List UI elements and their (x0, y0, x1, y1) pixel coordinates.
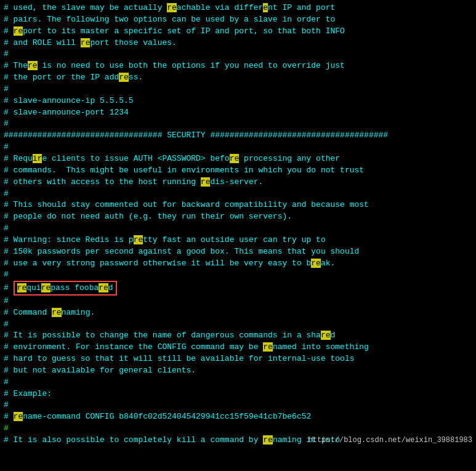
line-20: # (4, 223, 472, 235)
highlight: re (17, 283, 27, 292)
highlight: ir (33, 154, 42, 163)
line-6: # There is no need to use both the optio… (4, 60, 472, 72)
line-22: # 150k passwords per second against a go… (4, 246, 472, 258)
line-9: # slave-announce-ip 5.5.5.5 (4, 95, 472, 107)
line-7: # the port or the IP address. (4, 72, 472, 84)
line-5: # (4, 49, 472, 60)
line-1: # used, the slave may be actually reacha… (4, 2, 472, 14)
highlight: re (81, 38, 91, 47)
line-18: # This should stay commented out for bac… (4, 199, 472, 211)
highlight: re (311, 259, 321, 268)
highlight: re (28, 61, 38, 70)
line-11: # (4, 118, 472, 130)
line-14: # Require clients to issue AUTH <PASSWOR… (4, 153, 472, 165)
highlight: re (52, 308, 62, 317)
line-36: # rename-command CONFIG b840fc02d5240454… (4, 411, 472, 423)
line-35: # (4, 400, 472, 411)
line-16: # others with access to the host running… (4, 177, 472, 188)
highlight: re (119, 73, 129, 82)
line-3: # report to its master a specific set of… (4, 26, 472, 38)
line-4: # and ROLE will report those values. (4, 38, 472, 49)
line-29: # It is possible to change the name of d… (4, 330, 472, 342)
terminal: # used, the slave may be actually reacha… (0, 0, 476, 449)
highlight: re (321, 331, 331, 340)
line-30: # environment. For instance the CONFIG c… (4, 342, 472, 353)
line-17: # (4, 188, 472, 200)
highlight: re (99, 283, 108, 292)
line-19: # people do not need auth (e.g. they run… (4, 211, 472, 223)
line-15: # commands. This might be useful in envi… (4, 165, 472, 177)
line-13: # (4, 142, 472, 153)
highlight: re (263, 342, 273, 352)
highlight: re (14, 26, 23, 36)
line-37: # (4, 423, 472, 435)
line-33: # (4, 377, 472, 388)
highlight: re (201, 177, 211, 187)
highlight: re (230, 154, 240, 163)
line-27: # Command renaming. (4, 307, 472, 319)
line-23: # use a very strong password otherwise i… (4, 258, 472, 270)
highlight: re (134, 235, 143, 244)
line-8: # (4, 84, 472, 95)
line-25: # requirepass foobared (4, 281, 472, 296)
line-34: # Example: (4, 388, 472, 400)
line-31: # hard to guess so that it will still be… (4, 353, 472, 365)
highlight: e (263, 3, 268, 12)
line-28: # (4, 319, 472, 331)
line-10: # slave-announce-port 1234 (4, 107, 472, 119)
line-32: # but not available for general clients. (4, 365, 472, 377)
highlight: re (41, 283, 51, 292)
line-21: # Warning: since Redis is pretty fast an… (4, 235, 472, 246)
line-12: ################################# SECURI… (4, 130, 472, 142)
highlight: re (14, 412, 23, 421)
highlight: re (167, 3, 177, 12)
watermark: https://blog.csdn.net/weixin_39881983 (309, 435, 472, 446)
line-24: # (4, 269, 472, 281)
highlight: re (263, 435, 273, 445)
line-2: # pairs. The following two options can b… (4, 14, 472, 26)
line-26: # (4, 296, 472, 307)
